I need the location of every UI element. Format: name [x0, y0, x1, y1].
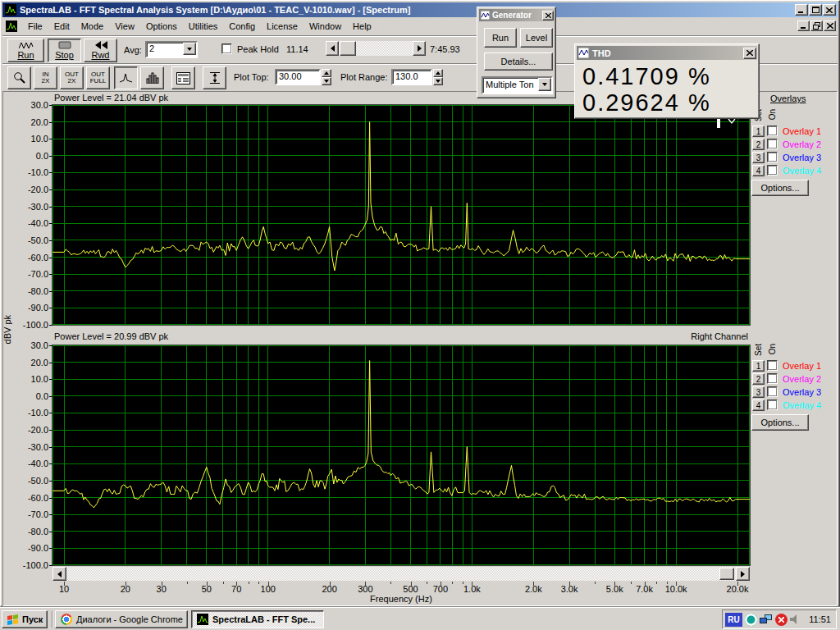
y-axis-label: -50.0: [1, 476, 48, 486]
freq-scroll-right-arrow[interactable]: [736, 567, 750, 581]
zoom-button[interactable]: [7, 66, 31, 89]
bars-icon: [146, 72, 159, 84]
zoom-out-full-button[interactable]: OUT FULL: [86, 66, 110, 89]
generator-details-button[interactable]: Details...: [484, 52, 553, 71]
tray-security-alert-icon[interactable]: [775, 614, 788, 626]
y-axis-tick: [49, 498, 52, 499]
main-window-titlebar[interactable]: SpectraLAB - FFT Spectral Analysis Syste…: [2, 2, 838, 17]
child-restore-button[interactable]: [810, 21, 823, 31]
app-icon: [5, 4, 16, 16]
tray-network-icon[interactable]: [760, 614, 773, 626]
avg-dropdown-arrow[interactable]: [183, 43, 196, 55]
seek-right-arrow[interactable]: [413, 41, 426, 56]
y-axis-label: -80.0: [1, 286, 48, 296]
taskbar-task-2[interactable]: SpectraLAB - FFT Spe...: [191, 610, 324, 628]
y-axis-label: -70.0: [1, 509, 48, 519]
child-minimize-button[interactable]: [797, 21, 810, 31]
peak-hold-checkbox[interactable]: [221, 43, 232, 54]
plot-top-spinner[interactable]: [322, 69, 331, 85]
tray-volume-icon[interactable]: [790, 614, 800, 624]
y-axis-tick: [49, 345, 52, 346]
overlays-header: Overlays: [770, 94, 806, 103]
overlay-panel-left: SetOn1Overlay 12Overlay 23Overlay 34Over…: [751, 107, 839, 199]
seek-left-arrow[interactable]: [326, 41, 339, 56]
overlay-set-button-1-right[interactable]: 1: [752, 360, 765, 372]
run-button[interactable]: Run: [7, 39, 44, 62]
menu-item-utilities[interactable]: Utilities: [183, 19, 223, 34]
seek-thumb[interactable]: [340, 41, 356, 56]
plot-range-field[interactable]: 130.0: [391, 69, 432, 85]
overlay-set-button-3-right[interactable]: 3: [752, 386, 765, 398]
tray-clock[interactable]: 11:51: [809, 614, 831, 624]
menu-item-window[interactable]: Window: [304, 19, 347, 34]
thd-close-button[interactable]: [743, 48, 756, 59]
menu-item-help[interactable]: Help: [347, 19, 377, 34]
tray-app-icon[interactable]: [745, 614, 757, 626]
plot-top-field[interactable]: 30.00: [275, 69, 321, 85]
seek-track[interactable]: [339, 41, 413, 56]
avg-combobox[interactable]: 2: [145, 41, 198, 58]
menu-item-config[interactable]: Config: [223, 19, 261, 34]
freq-scroll-left-arrow[interactable]: [52, 567, 66, 581]
close-button[interactable]: [823, 4, 836, 16]
overlay-on-checkbox-3-right[interactable]: [767, 386, 778, 397]
rewind-button[interactable]: Rwd: [84, 39, 117, 62]
menu-item-license[interactable]: License: [261, 19, 304, 34]
child-close-button[interactable]: [824, 21, 836, 31]
stop-button[interactable]: Stop: [48, 39, 81, 62]
display-options-button[interactable]: [171, 66, 195, 89]
plot-range-spinner[interactable]: [433, 69, 443, 85]
overlay-on-checkbox-1-right[interactable]: [767, 360, 778, 371]
menu-item-file[interactable]: File: [22, 19, 48, 34]
y-axis-tick: [49, 325, 52, 326]
magnifier-icon: [13, 71, 26, 84]
line-plot-mode-button[interactable]: [114, 66, 138, 89]
overlay-set-button-3-left[interactable]: 3: [752, 152, 765, 163]
generator-run-button[interactable]: Run: [484, 28, 517, 48]
spectrum-plot-left[interactable]: [52, 105, 750, 325]
zoom-in-2x-button[interactable]: IN 2X: [34, 66, 57, 89]
maximize-button[interactable]: [809, 4, 822, 16]
overlay-on-checkbox-2-left[interactable]: [767, 139, 778, 149]
bar-plot-mode-button[interactable]: [140, 66, 164, 89]
menu-item-mode[interactable]: Mode: [75, 19, 110, 34]
generator-close-button[interactable]: [542, 11, 554, 21]
thd-title: THD: [592, 48, 611, 58]
overlay-on-checkbox-2-right[interactable]: [767, 373, 778, 384]
document-icon[interactable]: [6, 21, 17, 32]
overlay-set-button-4-right[interactable]: 4: [752, 399, 765, 411]
overlay-set-button-2-right[interactable]: 2: [752, 373, 765, 385]
spectrum-plot-right[interactable]: [52, 345, 750, 565]
overlay-set-button-4-left[interactable]: 4: [752, 165, 765, 176]
generator-titlebar[interactable]: Generator: [479, 9, 554, 21]
generator-signal-combobox[interactable]: Multiple Ton: [482, 76, 553, 94]
freq-scroll-track[interactable]: [66, 567, 736, 581]
overlay-label-1-right: Overlay 1: [783, 361, 821, 371]
overlay-on-checkbox-4-left[interactable]: [767, 165, 778, 176]
menu-item-view[interactable]: View: [109, 19, 140, 34]
overlay-set-button-1-left[interactable]: 1: [752, 126, 765, 137]
zoom-out-2x-button[interactable]: OUT 2X: [60, 66, 84, 89]
menu-bar: FileEditModeViewOptionsUtilitiesConfigLi…: [2, 17, 838, 34]
overlay-on-checkbox-1-left[interactable]: [767, 126, 778, 136]
scale-range-button[interactable]: [203, 66, 226, 89]
menu-item-edit[interactable]: Edit: [48, 19, 75, 34]
y-axis-label: -40.0: [1, 218, 48, 228]
y-axis-label: -10.0: [1, 167, 48, 177]
freq-scroll-thumb[interactable]: [719, 568, 734, 580]
thd-titlebar[interactable]: THD: [577, 46, 757, 60]
language-indicator[interactable]: RU: [725, 613, 742, 627]
overlay-set-button-2-left[interactable]: 2: [752, 139, 765, 150]
overlay-options-button-left[interactable]: Options...: [751, 180, 809, 196]
overlay-on-checkbox-3-left[interactable]: [767, 152, 778, 162]
menu-item-options[interactable]: Options: [140, 19, 183, 34]
y-axis-label: 30.0: [1, 100, 48, 110]
start-button[interactable]: Пуск: [2, 610, 48, 628]
minimize-button[interactable]: [795, 4, 808, 16]
generator-signal-dropdown-arrow[interactable]: [538, 78, 551, 91]
taskbar-task-1[interactable]: Диалоги - Google Chrome: [55, 610, 188, 628]
overlay-set-label-right: Set: [754, 344, 763, 356]
generator-level-button[interactable]: Level: [520, 28, 553, 48]
overlay-on-checkbox-4-right[interactable]: [767, 399, 778, 410]
overlay-options-button-right[interactable]: Options...: [751, 414, 809, 431]
